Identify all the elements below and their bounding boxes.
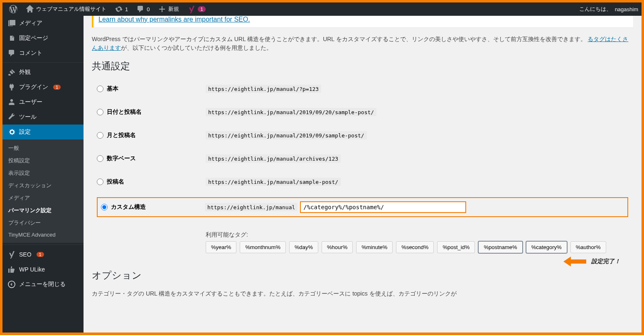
options-heading: オプション [92,269,633,282]
admin-bar: ウェブマニュアル情報サイト 1 0 新規 1 こんにちは、 nagashim [2,2,642,16]
arrow-icon [563,256,586,267]
tag-btn-hour[interactable]: %hour% [322,241,353,253]
menu-pages[interactable]: 固定ページ [2,31,84,46]
plus-icon [158,5,166,13]
menu-seo[interactable]: SEO 1 [2,247,84,262]
site-name: ウェブマニュアル情報サイト [36,5,106,13]
tag-btn-category[interactable]: %category% [526,241,567,253]
updates-count: 1 [125,6,128,12]
custom-highlight: カスタム構造 https://eightlink.jp/manual [97,197,628,217]
plugins-badge: 1 [53,85,61,90]
home-icon [26,5,34,13]
common-settings-heading: 共通設定 [92,60,633,73]
tag-btn-year[interactable]: %year% [206,241,236,253]
plugin-icon [7,83,16,91]
submenu-general[interactable]: 一般 [2,142,84,154]
radio-default[interactable] [97,86,103,92]
tag-buttons: %year%%monthnum%%day%%hour%%minute%%seco… [206,241,628,253]
radio-custom[interactable] [101,204,108,210]
label-daypost: 日付と投稿名 [107,108,142,116]
main-content: Learn about why permalinks are important… [84,16,642,333]
yoast-icon [187,5,196,13]
yoast-badge: 1 [198,6,205,12]
label-default: 基本 [107,85,118,93]
label-numeric: 数字ベース [107,155,136,162]
wordpress-icon [9,5,17,13]
tag-btn-second[interactable]: %second% [396,241,434,253]
code-numeric: https://eightlink.jp/manual/archives/123 [206,154,341,163]
yoast-menu-icon [7,250,16,259]
code-postname: https://eightlink.jp/manual/sample-post/ [206,178,341,186]
media-icon [7,19,16,27]
custom-structure-input[interactable] [300,201,466,213]
menu-settings[interactable]: 設定 [2,125,84,139]
wp-logo[interactable] [6,2,21,16]
annotation: 設定完了！ [563,256,620,267]
user-icon [7,98,16,106]
options-text: カテゴリー・タグの URL 構造をカスタマイズすることもできます。たとえば、カテ… [92,289,633,298]
yoast-link[interactable]: 1 [184,2,209,16]
tag-btn-postname[interactable]: %postname% [478,241,522,253]
radio-postname[interactable] [97,179,103,185]
settings-icon [7,128,16,136]
settings-submenu: 一般 投稿設定 表示設定 ディスカッション メディア パーマリンク設定 プライバ… [2,139,84,243]
menu-collapse[interactable]: メニューを閉じる [2,277,84,292]
notice-link[interactable]: Learn about why permalinks are important… [98,16,250,23]
tags-label: 利用可能なタグ: [206,231,628,239]
annotation-text: 設定完了！ [591,258,620,265]
username[interactable]: nagashim [615,6,638,12]
permalink-table: 基本 https://eightlink.jp/manual/?p=123 日付… [92,77,633,262]
menu-users[interactable]: ユーザー [2,95,84,110]
tools-icon [7,113,16,121]
site-home-link[interactable]: ウェブマニュアル情報サイト [22,2,110,16]
menu-appearance[interactable]: 外観 [2,65,84,80]
thumbsup-icon [7,265,16,274]
collapse-icon [7,280,16,289]
menu-comments[interactable]: コメント [2,46,84,61]
radio-numeric[interactable] [97,155,103,162]
tag-btn-monthnum[interactable]: %monthnum% [240,241,286,253]
page-icon [7,34,16,42]
updates-link[interactable]: 1 [111,2,131,16]
update-icon [115,5,123,13]
code-default: https://eightlink.jp/manual/?p=123 [206,85,321,93]
label-custom: カスタム構造 [111,203,146,211]
permalink-description: WordPress ではパーマリンクやアーカイブにカスタム URL 構造を使うこ… [92,35,633,52]
comments-link[interactable]: 0 [133,2,153,16]
tag-btn-minute[interactable]: %minute% [356,241,393,253]
submenu-privacy[interactable]: プライバシー [2,217,84,229]
brush-icon [7,68,16,76]
tag-btn-post_id[interactable]: %post_id% [437,241,475,253]
menu-tools[interactable]: ツール [2,110,84,125]
radio-daypost[interactable] [97,109,103,115]
admin-sidebar: メディア 固定ページ コメント 外観 プラグイン 1 ユーザー ツール [2,16,84,333]
new-label: 新規 [168,5,179,13]
menu-wpulike[interactable]: WP ULike [2,262,84,277]
code-daypost: https://eightlink.jp/manual/2019/09/20/s… [206,108,376,116]
greeting-text: こんにちは、 [579,5,612,13]
code-monthpost: https://eightlink.jp/manual/2019/09/samp… [206,131,367,139]
comments-icon [7,49,16,57]
comment-icon [136,5,145,13]
label-monthpost: 月と投稿名 [107,132,136,139]
custom-prefix: https://eightlink.jp/manual [205,203,297,211]
tag-btn-day[interactable]: %day% [289,241,318,253]
tag-btn-author[interactable]: %author% [570,241,606,253]
new-content-link[interactable]: 新規 [155,2,182,16]
submenu-permalink[interactable]: パーマリンク設定 [2,204,84,217]
menu-media[interactable]: メディア [2,16,84,31]
submenu-tinymce[interactable]: TinyMCE Advanced [2,229,84,240]
seo-notice: Learn about why permalinks are important… [92,16,633,27]
submenu-reading[interactable]: 表示設定 [2,167,84,179]
submenu-media[interactable]: メディア [2,192,84,204]
comments-count: 0 [147,6,150,12]
radio-monthpost[interactable] [97,132,103,139]
submenu-writing[interactable]: 投稿設定 [2,154,84,167]
menu-plugins[interactable]: プラグイン 1 [2,80,84,95]
submenu-discussion[interactable]: ディスカッション [2,179,84,192]
seo-badge: 1 [37,252,44,257]
label-postname: 投稿名 [107,178,124,186]
